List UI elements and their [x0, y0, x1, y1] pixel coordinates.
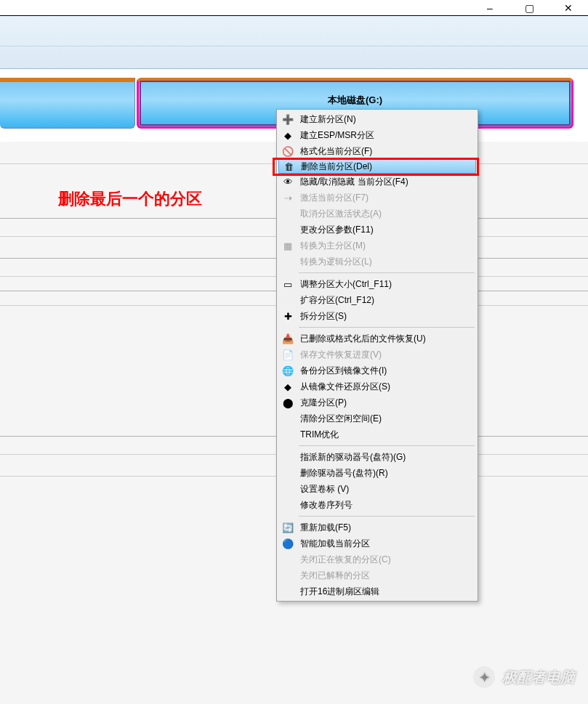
menu-item-backup-image[interactable]: 🌐备份分区到镜像文件(I) — [278, 363, 476, 379]
menu-item-change-params[interactable]: 更改分区参数(F11) — [278, 222, 476, 238]
delete-icon: 🗑 — [279, 161, 298, 172]
menu-item-clone[interactable]: ⬤克隆分区(P) — [278, 395, 476, 410]
menu-item-label: 格式化当前分区(F) — [297, 145, 476, 158]
menu-item-restore-image[interactable]: ◆从镜像文件还原分区(S) — [278, 379, 476, 395]
menu-item-remove-letter[interactable]: 删除驱动器号(盘符)(R) — [278, 465, 476, 481]
format-icon: 🚫 — [278, 146, 297, 157]
context-menu: ➕建立新分区(N)◆建立ESP/MSR分区🚫格式化当前分区(F)🗑删除当前分区(… — [276, 109, 478, 602]
menu-item-activate: ⇢激活当前分区(F7) — [278, 190, 476, 206]
menu-item-label: 拆分分区(S) — [297, 310, 476, 323]
menu-item-modify-serial[interactable]: 修改卷序列号 — [278, 497, 476, 513]
esp-msr-icon: ◆ — [278, 130, 297, 141]
restore-image-icon: ◆ — [278, 381, 297, 392]
menu-item-label: 打开16进制扇区编辑 — [297, 586, 476, 598]
menu-item-to-primary: ▦转换为主分区(M) — [278, 238, 476, 254]
menu-separator — [299, 516, 475, 517]
resize-icon: ▭ — [278, 279, 297, 290]
menu-item-label: 更改分区参数(F11) — [297, 224, 476, 236]
close-button[interactable]: ✕ — [556, 0, 581, 16]
split-icon: ✚ — [278, 311, 297, 322]
menu-item-label: 保存文件恢复进度(V) — [297, 349, 476, 361]
menu-item-label: 关闭已解释的分区 — [297, 570, 476, 582]
menu-item-format[interactable]: 🚫格式化当前分区(F) — [278, 143, 476, 159]
menu-item-new-partition[interactable]: ➕建立新分区(N) — [278, 111, 476, 127]
menu-item-deactivate: 取消分区激活状态(A) — [278, 206, 476, 222]
backup-image-icon: 🌐 — [278, 365, 297, 376]
minimize-button[interactable]: – — [478, 0, 502, 16]
menu-item-label: 转换为主分区(M) — [297, 240, 476, 252]
menu-item-save-progress: 📄保存文件恢复进度(V) — [278, 347, 476, 363]
menu-item-label: 转换为逻辑分区(L) — [297, 256, 476, 268]
menu-item-label: 设置卷标 (V) — [297, 483, 476, 495]
recover-files-icon: 📥 — [278, 333, 297, 344]
menu-item-label: 修改卷序列号 — [297, 499, 476, 511]
menu-item-close-recovering: 关闭正在恢复的分区(C) — [278, 551, 476, 567]
menu-item-label: 克隆分区(P) — [297, 397, 476, 409]
save-progress-icon: 📄 — [278, 349, 297, 360]
partition-label: 本地磁盘(G:) — [328, 94, 382, 107]
menu-item-recover-files[interactable]: 📥已删除或格式化后的文件恢复(U) — [278, 331, 476, 347]
maximize-button[interactable]: ▢ — [517, 0, 541, 16]
menu-item-label: 重新加载(F5) — [297, 522, 476, 534]
menu-item-delete[interactable]: 🗑删除当前分区(Del) — [278, 159, 476, 174]
menu-item-label: 删除驱动器号(盘符)(R) — [297, 467, 476, 480]
menu-item-smart-load[interactable]: 🔵智能加载当前分区 — [278, 535, 476, 551]
menu-item-hide[interactable]: 👁隐藏/取消隐藏 当前分区(F4) — [278, 174, 476, 190]
annotation-text: 删除最后一个的分区 — [58, 188, 202, 210]
menu-item-reload[interactable]: 🔄重新加载(F5) — [278, 519, 476, 535]
titlebar: – ▢ ✕ — [0, 0, 588, 16]
clone-icon: ⬤ — [278, 397, 297, 408]
menu-item-label: 建立ESP/MSR分区 — [297, 129, 476, 142]
menu-item-label: 激活当前分区(F7) — [297, 192, 476, 204]
new-partition-icon: ➕ — [278, 114, 297, 125]
watermark: ✦ 极配者电脑 — [473, 666, 575, 688]
menu-item-extend[interactable]: 扩容分区(Ctrl_F12) — [278, 292, 476, 308]
menu-item-label: 扩容分区(Ctrl_F12) — [297, 294, 476, 307]
watermark-text: 极配者电脑 — [502, 668, 575, 687]
menu-item-label: TRIM优化 — [297, 429, 476, 441]
menu-item-hex-editor[interactable]: 打开16进制扇区编辑 — [278, 583, 476, 599]
menu-item-wipe-free[interactable]: 清除分区空闲空间(E) — [278, 410, 476, 426]
menu-separator — [299, 445, 475, 446]
menu-item-label: 建立新分区(N) — [297, 113, 476, 126]
menu-item-trim[interactable]: TRIM优化 — [278, 426, 476, 442]
menu-item-label: 删除当前分区(Del) — [298, 161, 475, 173]
menu-separator — [299, 272, 475, 273]
hide-icon: 👁 — [278, 177, 297, 187]
menu-item-label: 调整分区大小(Ctrl_F11) — [297, 278, 476, 291]
menu-item-set-volume-label[interactable]: 设置卷标 (V) — [278, 481, 476, 497]
reload-icon: 🔄 — [278, 522, 297, 533]
menu-item-label: 指派新的驱动器号(盘符)(G) — [297, 451, 476, 464]
menu-item-label: 清除分区空闲空间(E) — [297, 413, 476, 425]
toolbar — [0, 16, 588, 69]
menu-separator — [299, 327, 475, 328]
menu-item-label: 已删除或格式化后的文件恢复(U) — [297, 333, 476, 345]
menu-item-label: 备份分区到镜像文件(I) — [297, 365, 476, 377]
activate-icon: ⇢ — [278, 193, 297, 203]
menu-item-resize[interactable]: ▭调整分区大小(Ctrl_F11) — [278, 276, 476, 292]
menu-item-close-parsed: 关闭已解释的分区 — [278, 567, 476, 583]
menu-item-label: 关闭正在恢复的分区(C) — [297, 554, 476, 566]
wechat-icon: ✦ — [473, 666, 495, 688]
smart-load-icon: 🔵 — [278, 538, 297, 549]
menu-item-label: 智能加载当前分区 — [297, 538, 476, 550]
menu-item-split[interactable]: ✚拆分分区(S) — [278, 308, 476, 324]
to-primary-icon: ▦ — [278, 240, 297, 251]
menu-item-label: 取消分区激活状态(A) — [297, 208, 476, 220]
menu-item-assign-letter[interactable]: 指派新的驱动器号(盘符)(G) — [278, 449, 476, 465]
menu-item-label: 隐藏/取消隐藏 当前分区(F4) — [297, 176, 476, 188]
partition-bar-left[interactable] — [0, 78, 135, 129]
menu-item-to-logical: 转换为逻辑分区(L) — [278, 254, 476, 270]
menu-item-esp-msr[interactable]: ◆建立ESP/MSR分区 — [278, 127, 476, 143]
menu-item-label: 从镜像文件还原分区(S) — [297, 381, 476, 393]
